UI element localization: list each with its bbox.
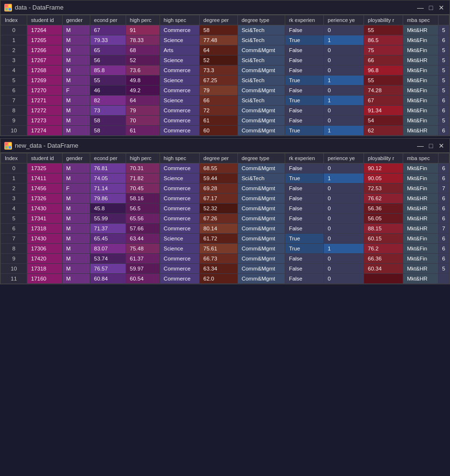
new-col-header-mba-spec: mba spec [403,153,438,163]
col-header-high-perc: high perc [126,15,160,25]
new-col-header-degree-type: degree type [237,153,285,163]
table-row: 717271M8264Science66Sci&TechTrue167Mkt&F… [1,96,450,106]
table-row: 117265M79.3378.33Science77.48Sci&TechTru… [1,35,450,45]
table-row: 1117160M60.8460.54Commerce62.0Comm&MgmtF… [1,274,450,284]
df-icon [4,4,12,11]
table-row: 1017274M5861Commerce60Comm&MgmtTrue162Mk… [1,126,450,136]
data-titlebar: data - DataFrame — □ ✕ [0,0,450,15]
col-header-mba-spec: mba spec [403,15,438,25]
table-row: 017264M6791Commerce58Sci&TechFalse055Mkt… [1,25,450,35]
maximize-button[interactable]: □ [427,3,435,12]
col-header-student-id: student id [27,15,63,25]
new-col-header-degree-per: degree per [199,153,237,163]
col-header-exp-yrs: perience ye [324,15,364,25]
new-col-header-high-perc: high perc [126,153,160,163]
new-col-header-index: Index [1,153,27,163]
new-data-table-body: 017325M76.8170.31Commerce68.55Comm&MgmtF… [1,163,450,284]
new-col-header-second-perc: econd per [90,153,126,163]
titlebar-left: data - DataFrame [4,4,64,11]
table-row: 1017318M76.5759.97Commerce63.34Comm&Mgmt… [1,264,450,274]
table-row: 817272M7379Commerce72Comm&MgmtFalse091.3… [1,106,450,116]
new-col-header-gender: gender [62,153,90,163]
new-col-header-employability: ployability r [364,153,403,163]
svg-rect-6 [5,146,8,149]
svg-rect-3 [9,8,11,11]
header-row: Index student id gender econd per high p… [1,15,450,25]
col-header-employability: ployability r [364,15,403,25]
table-row: 617270F4649.2Commerce79Comm&MgmtFalse074… [1,86,450,96]
table-row: 317267M5652Science52Sci&TechFalse066Mkt&… [1,55,450,65]
table-row: 917420M53.7461.37Commerce66.73Comm&MgmtF… [1,254,450,264]
col-header-high-spec: high spec [160,15,199,25]
table-row: 617318M71.3757.66Commerce80.14Comm&MgmtF… [1,224,450,234]
col-header-second-perc: econd per [90,15,126,25]
table-row: 817306M83.0775.48Science75.61Comm&MgmtTr… [1,244,450,254]
new-window-title: new_data - DataFrame [15,142,78,149]
svg-rect-5 [9,143,11,145]
data-table-container[interactable]: Index student id gender econd per high p… [0,15,450,136]
table-row: 217456F71.1470.45Commerce69.28Comm&MgmtF… [1,184,450,194]
new-col-header-exp-yrs: perience ye [324,153,364,163]
table-row: 217266M6568Arts64Comm&MgmtFalse075Mkt&Fi… [1,45,450,55]
new-minimize-button[interactable]: — [416,141,425,150]
new-close-button[interactable]: ✕ [437,141,446,150]
new-data-table: Index student id gender econd per high p… [0,153,450,284]
col-header-degree-per: degree per [199,15,237,25]
new-header-row: Index student id gender econd per high p… [1,153,450,163]
svg-rect-2 [5,8,8,11]
new-titlebar-left: new_data - DataFrame [4,142,78,150]
table-row: 417268M85.873.6Commerce73.3Comm&MgmtFals… [1,65,450,76]
new-col-header-high-spec: high spec [160,153,199,163]
col-header-index: Index [1,15,27,25]
table-row: 917273M5870Commerce61Comm&MgmtFalse054Mk… [1,116,450,126]
new-maximize-button[interactable]: □ [427,141,435,150]
new-df-icon [4,142,12,150]
new-data-window: new_data - DataFrame — □ ✕ Index student… [0,138,450,284]
col-header-degree-type: degree type [237,15,285,25]
new-data-titlebar: new_data - DataFrame — □ ✕ [0,139,450,153]
new-data-table-container[interactable]: Index student id gender econd per high p… [0,153,450,284]
new-titlebar-controls: — □ ✕ [416,141,446,150]
col-header-work-exp: rk experien [285,15,323,25]
data-table: Index student id gender econd per high p… [0,15,450,136]
new-col-header-student-id: student id [27,153,63,163]
table-row: 317326M79.8658.16Commerce67.17Comm&MgmtF… [1,194,450,204]
svg-rect-1 [9,5,11,7]
col-header-last [438,15,449,25]
minimize-button[interactable]: — [416,3,425,12]
close-button[interactable]: ✕ [437,3,446,12]
new-col-header-last [438,153,449,163]
data-table-body: 017264M6791Commerce58Sci&TechFalse055Mkt… [1,25,450,136]
table-row: 117411M74.0571.82Science59.44Sci&TechTru… [1,173,450,184]
table-row: 017325M76.8170.31Commerce68.55Comm&MgmtF… [1,163,450,173]
table-row: 517269M5549.8Science67.25Sci&TechTrue155… [1,76,450,86]
table-row: 517341M55.9965.56Commerce67.26Comm&MgmtF… [1,214,450,224]
svg-rect-7 [9,146,11,149]
table-row: 717430M65.4563.44Science61.72Comm&MgmtTr… [1,234,450,244]
new-col-header-work-exp: rk experien [285,153,323,163]
titlebar-controls: — □ ✕ [416,3,446,12]
svg-rect-0 [5,5,8,7]
window-title: data - DataFrame [15,4,64,11]
data-window: data - DataFrame — □ ✕ Index student id … [0,0,450,136]
col-header-gender: gender [62,15,90,25]
svg-rect-4 [5,143,8,145]
table-row: 417430M45.856.5Commerce52.32Comm&MgmtFal… [1,204,450,214]
